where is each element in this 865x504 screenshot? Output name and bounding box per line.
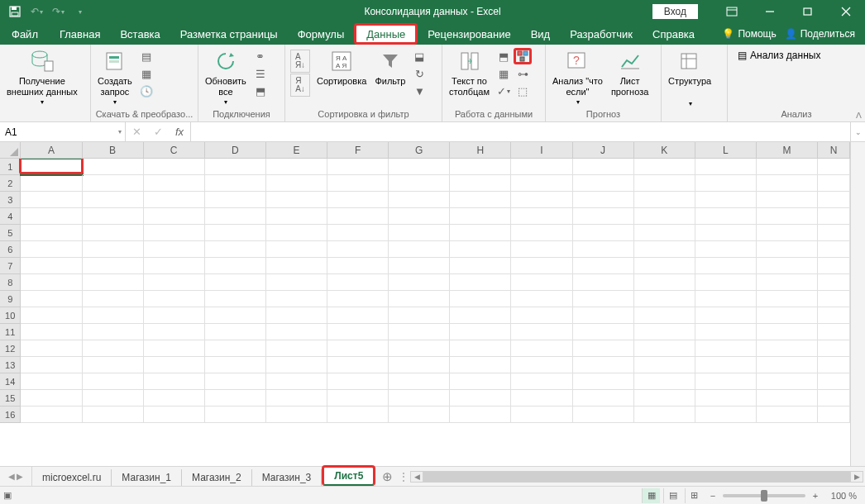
cell[interactable] [450,258,511,274]
redo-button[interactable]: ↷▾ [48,2,68,21]
record-macro-icon[interactable]: ▣ [3,490,12,501]
col-header[interactable]: I [511,142,572,158]
cell[interactable] [144,357,205,373]
cell[interactable] [450,373,511,390]
cell[interactable] [144,340,205,357]
vertical-scrollbar[interactable] [850,142,865,466]
get-external-data-button[interactable]: Получение внешних данных▾ [3,46,81,107]
cell[interactable] [450,357,511,373]
cell[interactable] [757,340,818,357]
data-analysis-button[interactable]: ▤ Анализ данных [738,50,820,61]
cell[interactable] [511,307,572,324]
cancel-formula-button[interactable]: ✕ [126,126,147,138]
cell[interactable] [757,357,818,373]
cell[interactable] [21,175,82,192]
cell[interactable] [266,225,327,241]
cell[interactable] [327,159,389,175]
normal-view-button[interactable]: ▦ [642,488,660,503]
col-header[interactable]: A [21,142,82,158]
cell[interactable] [511,324,572,340]
cell[interactable] [695,373,757,390]
row-header[interactable]: 8 [0,274,21,291]
cell[interactable] [573,258,634,274]
cell[interactable] [83,175,144,192]
cell[interactable] [205,357,266,373]
cell[interactable] [757,258,818,274]
cell[interactable] [389,340,450,357]
cell[interactable] [511,225,572,241]
cell[interactable] [818,192,850,208]
cell[interactable] [21,324,82,340]
cell[interactable] [511,291,572,307]
cell[interactable] [818,274,850,291]
cell[interactable] [695,407,757,423]
cell[interactable] [83,340,144,357]
cell[interactable] [21,225,82,241]
page-layout-view-button[interactable]: ▤ [663,488,681,503]
horizontal-scrollbar[interactable]: ◀ ▶ [409,467,865,486]
cell[interactable] [144,208,205,225]
cell[interactable] [205,407,266,423]
consolidate-button[interactable] [514,48,532,64]
sheet-nav[interactable]: ◀▶ [0,467,32,486]
cell[interactable] [818,241,850,258]
cell[interactable] [144,407,205,423]
cell[interactable] [511,159,572,175]
col-header[interactable]: E [266,142,327,158]
minimize-button[interactable] [751,0,789,23]
cell[interactable] [327,225,389,241]
cell[interactable] [511,407,572,423]
cell[interactable] [389,258,450,274]
cell[interactable] [144,274,205,291]
cell[interactable] [83,258,144,274]
cell[interactable] [818,258,850,274]
new-query-button[interactable]: Создать запрос▾ [94,46,136,107]
cell[interactable] [389,192,450,208]
cell[interactable] [757,324,818,340]
cell[interactable] [450,274,511,291]
undo-button[interactable]: ↶▾ [26,2,46,21]
cell[interactable] [695,192,757,208]
from-table-button[interactable]: ▦ [137,65,155,82]
cell[interactable] [695,274,757,291]
tab-formulas[interactable]: Формулы [288,23,355,45]
cell[interactable] [573,274,634,291]
cell[interactable] [205,208,266,225]
cell[interactable] [327,307,389,324]
col-header[interactable]: N [818,142,850,158]
cell[interactable] [634,159,695,175]
show-queries-button[interactable]: ▤ [137,48,155,64]
cell[interactable] [144,390,205,407]
cell[interactable] [21,291,82,307]
tab-help[interactable]: Справка [643,23,705,45]
edit-links-button[interactable]: ⬒ [251,83,270,99]
cell[interactable] [757,407,818,423]
cell[interactable] [450,225,511,241]
cell[interactable] [757,390,818,407]
cell[interactable] [144,159,205,175]
text-to-columns-button[interactable]: Текст по столбцам [446,46,493,98]
cell[interactable] [266,373,327,390]
cell[interactable] [511,241,572,258]
row-header[interactable]: 13 [0,357,21,373]
cell[interactable] [818,324,850,340]
cell[interactable] [83,390,144,407]
sheet-tab[interactable]: Магазин_2 [182,469,252,486]
cell[interactable] [205,192,266,208]
cell[interactable] [695,159,757,175]
cell[interactable] [205,241,266,258]
cell[interactable] [327,258,389,274]
cell[interactable] [83,407,144,423]
formula-input[interactable] [191,122,850,141]
cell[interactable] [205,324,266,340]
cell[interactable] [144,175,205,192]
cell[interactable] [818,175,850,192]
cell[interactable] [21,373,82,390]
cell[interactable] [634,241,695,258]
cell[interactable] [266,159,327,175]
cell[interactable] [450,291,511,307]
cell[interactable] [450,407,511,423]
cell[interactable] [205,340,266,357]
name-box[interactable]: A1 ▾ [0,122,126,141]
col-header[interactable]: J [573,142,634,158]
